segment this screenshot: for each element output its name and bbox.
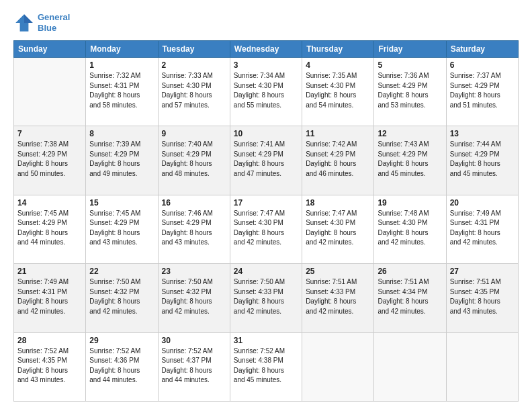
- calendar-cell: 31Sunrise: 7:52 AM Sunset: 4:38 PM Dayli…: [230, 332, 302, 401]
- day-number: 27: [450, 267, 515, 276]
- day-info: Sunrise: 7:41 AM Sunset: 4:29 PM Dayligh…: [234, 140, 298, 179]
- calendar-cell: 9Sunrise: 7:40 AM Sunset: 4:29 PM Daylig…: [158, 126, 230, 195]
- header: General Blue: [13, 12, 519, 34]
- calendar-cell: 6Sunrise: 7:37 AM Sunset: 4:29 PM Daylig…: [446, 58, 518, 126]
- day-info: Sunrise: 7:51 AM Sunset: 4:35 PM Dayligh…: [450, 277, 515, 316]
- day-number: 26: [378, 267, 442, 276]
- calendar-cell: 21Sunrise: 7:49 AM Sunset: 4:31 PM Dayli…: [14, 264, 86, 332]
- day-info: Sunrise: 7:44 AM Sunset: 4:29 PM Dayligh…: [450, 140, 515, 179]
- day-number: 2: [162, 60, 226, 70]
- calendar-day-header: Tuesday: [158, 41, 230, 58]
- day-number: 22: [89, 267, 154, 276]
- calendar-cell: 28Sunrise: 7:52 AM Sunset: 4:35 PM Dayli…: [14, 332, 86, 401]
- day-number: 3: [234, 60, 298, 70]
- day-info: Sunrise: 7:51 AM Sunset: 4:34 PM Dayligh…: [378, 277, 442, 316]
- calendar-cell: 16Sunrise: 7:46 AM Sunset: 4:29 PM Dayli…: [158, 195, 230, 263]
- day-number: 17: [234, 198, 298, 208]
- day-number: 30: [162, 336, 226, 345]
- calendar-cell: [374, 332, 446, 401]
- logo: General Blue: [13, 12, 70, 34]
- day-number: 25: [306, 267, 370, 276]
- logo-icon: [13, 12, 35, 34]
- day-number: 11: [306, 129, 370, 138]
- calendar-cell: 15Sunrise: 7:45 AM Sunset: 4:29 PM Dayli…: [86, 195, 158, 263]
- calendar-week-row: 7Sunrise: 7:38 AM Sunset: 4:29 PM Daylig…: [14, 126, 519, 195]
- day-number: 12: [378, 129, 442, 138]
- day-number: 13: [450, 129, 515, 138]
- calendar-cell: 13Sunrise: 7:44 AM Sunset: 4:29 PM Dayli…: [446, 126, 518, 195]
- calendar-cell: 23Sunrise: 7:50 AM Sunset: 4:32 PM Dayli…: [158, 264, 230, 332]
- day-number: 20: [450, 198, 515, 208]
- calendar-cell: 19Sunrise: 7:48 AM Sunset: 4:30 PM Dayli…: [374, 195, 446, 263]
- calendar-cell: 29Sunrise: 7:52 AM Sunset: 4:36 PM Dayli…: [86, 332, 158, 401]
- day-number: 29: [89, 336, 154, 345]
- calendar-week-row: 14Sunrise: 7:45 AM Sunset: 4:29 PM Dayli…: [14, 195, 519, 263]
- day-info: Sunrise: 7:52 AM Sunset: 4:37 PM Dayligh…: [162, 347, 226, 385]
- day-number: 24: [234, 267, 298, 276]
- calendar-cell: [302, 332, 374, 401]
- day-number: 21: [17, 267, 82, 276]
- calendar-week-row: 28Sunrise: 7:52 AM Sunset: 4:35 PM Dayli…: [14, 332, 519, 401]
- calendar-cell: 30Sunrise: 7:52 AM Sunset: 4:37 PM Dayli…: [158, 332, 230, 401]
- calendar-day-header: Sunday: [14, 41, 86, 58]
- day-info: Sunrise: 7:40 AM Sunset: 4:29 PM Dayligh…: [162, 140, 226, 179]
- calendar-cell: 25Sunrise: 7:51 AM Sunset: 4:33 PM Dayli…: [302, 264, 374, 332]
- calendar-day-header: Saturday: [446, 41, 518, 58]
- page: General Blue SundayMondayTuesdayWednesda…: [0, 0, 532, 411]
- svg-marker-1: [24, 14, 33, 23]
- day-number: 18: [306, 198, 370, 208]
- day-number: 23: [162, 267, 226, 276]
- day-number: 7: [17, 129, 82, 138]
- day-info: Sunrise: 7:43 AM Sunset: 4:29 PM Dayligh…: [378, 140, 442, 179]
- calendar-day-header: Friday: [374, 41, 446, 58]
- day-info: Sunrise: 7:37 AM Sunset: 4:29 PM Dayligh…: [450, 71, 515, 110]
- day-info: Sunrise: 7:49 AM Sunset: 4:31 PM Dayligh…: [450, 209, 515, 248]
- day-number: 31: [234, 336, 298, 345]
- day-info: Sunrise: 7:33 AM Sunset: 4:30 PM Dayligh…: [162, 71, 226, 110]
- calendar-cell: 4Sunrise: 7:35 AM Sunset: 4:30 PM Daylig…: [302, 58, 374, 126]
- day-info: Sunrise: 7:39 AM Sunset: 4:29 PM Dayligh…: [89, 140, 154, 179]
- calendar-cell: 18Sunrise: 7:47 AM Sunset: 4:30 PM Dayli…: [302, 195, 374, 263]
- calendar-cell: 1Sunrise: 7:32 AM Sunset: 4:31 PM Daylig…: [86, 58, 158, 126]
- day-number: 4: [306, 60, 370, 70]
- day-number: 9: [162, 129, 226, 138]
- day-info: Sunrise: 7:49 AM Sunset: 4:31 PM Dayligh…: [17, 277, 82, 316]
- day-number: 8: [89, 129, 154, 138]
- calendar-cell: 7Sunrise: 7:38 AM Sunset: 4:29 PM Daylig…: [14, 126, 86, 195]
- day-info: Sunrise: 7:51 AM Sunset: 4:33 PM Dayligh…: [306, 277, 370, 316]
- calendar-cell: 3Sunrise: 7:34 AM Sunset: 4:30 PM Daylig…: [230, 58, 302, 126]
- day-info: Sunrise: 7:52 AM Sunset: 4:36 PM Dayligh…: [89, 347, 154, 385]
- calendar-cell: [446, 332, 518, 401]
- calendar-cell: 22Sunrise: 7:50 AM Sunset: 4:32 PM Dayli…: [86, 264, 158, 332]
- calendar-cell: 14Sunrise: 7:45 AM Sunset: 4:29 PM Dayli…: [14, 195, 86, 263]
- day-info: Sunrise: 7:42 AM Sunset: 4:29 PM Dayligh…: [306, 140, 370, 179]
- day-info: Sunrise: 7:36 AM Sunset: 4:29 PM Dayligh…: [378, 71, 442, 110]
- calendar-header-row: SundayMondayTuesdayWednesdayThursdayFrid…: [14, 41, 519, 58]
- day-info: Sunrise: 7:46 AM Sunset: 4:29 PM Dayligh…: [162, 209, 226, 248]
- day-number: 10: [234, 129, 298, 138]
- calendar-cell: 17Sunrise: 7:47 AM Sunset: 4:30 PM Dayli…: [230, 195, 302, 263]
- calendar-cell: [14, 58, 86, 126]
- day-number: 15: [89, 198, 154, 208]
- calendar-cell: 12Sunrise: 7:43 AM Sunset: 4:29 PM Dayli…: [374, 126, 446, 195]
- logo-text: General Blue: [38, 12, 70, 33]
- day-info: Sunrise: 7:52 AM Sunset: 4:38 PM Dayligh…: [234, 347, 298, 385]
- day-info: Sunrise: 7:45 AM Sunset: 4:29 PM Dayligh…: [17, 209, 82, 248]
- calendar-cell: 27Sunrise: 7:51 AM Sunset: 4:35 PM Dayli…: [446, 264, 518, 332]
- day-number: 28: [17, 336, 82, 345]
- calendar-cell: 26Sunrise: 7:51 AM Sunset: 4:34 PM Dayli…: [374, 264, 446, 332]
- day-info: Sunrise: 7:47 AM Sunset: 4:30 PM Dayligh…: [234, 209, 298, 248]
- day-info: Sunrise: 7:45 AM Sunset: 4:29 PM Dayligh…: [89, 209, 154, 248]
- calendar-cell: 8Sunrise: 7:39 AM Sunset: 4:29 PM Daylig…: [86, 126, 158, 195]
- calendar-day-header: Thursday: [302, 41, 374, 58]
- day-number: 6: [450, 60, 515, 70]
- day-info: Sunrise: 7:34 AM Sunset: 4:30 PM Dayligh…: [234, 71, 298, 110]
- calendar-cell: 10Sunrise: 7:41 AM Sunset: 4:29 PM Dayli…: [230, 126, 302, 195]
- day-info: Sunrise: 7:32 AM Sunset: 4:31 PM Dayligh…: [89, 71, 154, 110]
- calendar-cell: 24Sunrise: 7:50 AM Sunset: 4:33 PM Dayli…: [230, 264, 302, 332]
- day-info: Sunrise: 7:35 AM Sunset: 4:30 PM Dayligh…: [306, 71, 370, 110]
- day-info: Sunrise: 7:48 AM Sunset: 4:30 PM Dayligh…: [378, 209, 442, 248]
- day-number: 14: [17, 198, 82, 208]
- calendar-cell: 20Sunrise: 7:49 AM Sunset: 4:31 PM Dayli…: [446, 195, 518, 263]
- day-info: Sunrise: 7:47 AM Sunset: 4:30 PM Dayligh…: [306, 209, 370, 248]
